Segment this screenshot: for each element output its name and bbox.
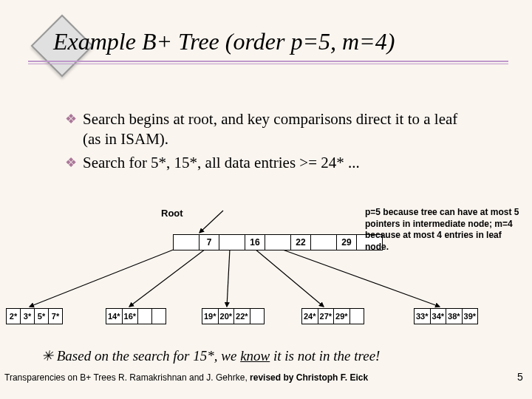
page-number: 5 (517, 371, 523, 383)
svg-line-3 (227, 249, 230, 307)
leaf-empty (350, 309, 364, 324)
bullet-icon: ❖ (65, 153, 77, 173)
leaf-entry: 29* (334, 309, 350, 324)
root-key: 29 (337, 235, 357, 250)
leaf-entry: 19* (202, 309, 219, 324)
root-pointer (219, 235, 245, 250)
leaf-entry: 39* (463, 309, 478, 324)
bullet-text: Search begins at root, and key compariso… (83, 109, 479, 150)
root-node: 7 16 22 29 (173, 234, 383, 250)
leaf-entry: 38* (446, 309, 463, 324)
leaf-node: 14* 16* (106, 308, 166, 324)
svg-line-2 (129, 249, 205, 307)
bullet-list: ❖ Search begins at root, and key compari… (65, 109, 479, 176)
root-key: 7 (200, 235, 219, 250)
leaf-entry: 5* (35, 309, 49, 324)
leaf-entry: 20* (219, 309, 235, 324)
attribution-text: Transparencies on B+ Trees R. Ramakrishn… (4, 372, 250, 383)
svg-line-1 (30, 249, 175, 307)
attribution: Transparencies on B+ Trees R. Ramakrishn… (4, 372, 368, 383)
bullet-item: ❖ Search begins at root, and key compari… (65, 109, 479, 150)
root-key: 22 (291, 235, 311, 250)
root-pointer (311, 235, 337, 250)
svg-line-0 (200, 211, 223, 233)
leaf-node: 24* 27* 29* (301, 308, 364, 324)
leaf-entry: 14* (106, 309, 123, 324)
leaf-empty (138, 309, 152, 324)
svg-line-4 (255, 249, 324, 307)
leaf-node: 19* 20* 22* (202, 308, 265, 324)
root-key: 16 (245, 235, 265, 250)
root-pointer (174, 235, 200, 250)
footnote-text: ✳ Based on the search for 15*, we (41, 348, 240, 364)
leaf-empty (152, 309, 166, 324)
leaf-empty (250, 309, 264, 324)
leaf-entry: 3* (21, 309, 35, 324)
page-title: Example B+ Tree (order p=5, m=4) (53, 28, 395, 55)
leaf-entry: 34* (431, 309, 447, 324)
svg-line-5 (281, 249, 440, 307)
footnote-underline: know (240, 348, 270, 364)
leaf-entry: 7* (49, 309, 62, 324)
bullet-icon: ❖ (65, 109, 77, 150)
btree-diagram: Root 7 16 22 29 p=5 because tree can hav… (0, 203, 532, 336)
root-label: Root (161, 208, 183, 219)
attribution-bold: revised by Christoph F. Eick (250, 372, 368, 383)
title-underline (28, 61, 508, 64)
leaf-entry: 2* (7, 309, 21, 324)
leaf-entry: 22* (234, 309, 250, 324)
leaf-entry: 33* (415, 309, 431, 324)
footnote-text: it is not in the tree! (270, 348, 380, 364)
side-note: p=5 because tree can have at most 5 poin… (365, 207, 520, 253)
leaf-entry: 27* (318, 309, 335, 324)
bullet-text: Search for 5*, 15*, all data entries >= … (83, 153, 360, 173)
bullet-item: ❖ Search for 5*, 15*, all data entries >… (65, 153, 479, 173)
leaf-node: 2* 3* 5* 7* (6, 308, 63, 324)
root-pointer (265, 235, 291, 250)
footnote: ✳ Based on the search for 15*, we know i… (41, 347, 380, 364)
leaf-entry: 16* (123, 309, 139, 324)
leaf-node: 33* 34* 38* 39* (414, 308, 478, 324)
leaf-entry: 24* (302, 309, 318, 324)
